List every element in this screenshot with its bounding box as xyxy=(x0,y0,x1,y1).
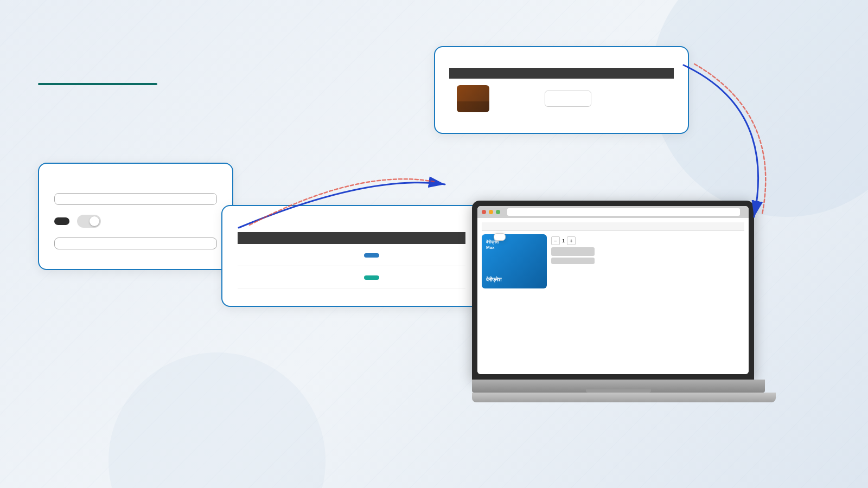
qty-plus-button[interactable] xyxy=(576,91,591,106)
cart-quantity-cell xyxy=(537,79,649,119)
laptop-browser-bar xyxy=(477,206,749,218)
table-row xyxy=(238,244,465,266)
y-collection-select[interactable] xyxy=(54,237,217,249)
laptop-add-to-cart[interactable] xyxy=(551,247,595,256)
cart-row xyxy=(449,79,674,119)
restrict-badge xyxy=(364,275,379,280)
product-image xyxy=(457,85,489,112)
row2-y xyxy=(296,266,355,288)
row1-y xyxy=(296,244,355,266)
dependant-badge xyxy=(364,253,379,258)
heading-underline xyxy=(38,83,157,85)
product-info xyxy=(457,85,529,112)
laptop-content: वेरीफ्रेशMax − 1 + xyxy=(477,218,749,374)
laptop-product-info: − 1 + xyxy=(551,234,744,288)
cart-col-quantity xyxy=(537,68,649,79)
row2-x xyxy=(238,266,296,288)
qty-minus-button[interactable] xyxy=(545,91,560,106)
restricted-toggle[interactable] xyxy=(77,215,101,228)
y-collection-section xyxy=(54,237,217,249)
cart-card xyxy=(434,46,689,134)
window-minimize-dot xyxy=(489,210,493,214)
window-maximize-dot xyxy=(496,210,500,214)
table-row xyxy=(238,266,465,288)
x-collection-select[interactable] xyxy=(54,193,217,205)
col-header-x-product xyxy=(238,232,296,244)
laptop-keyboard xyxy=(472,393,776,402)
cart-col-product xyxy=(449,68,537,79)
cart-col-total xyxy=(649,68,674,79)
col-header-type xyxy=(355,232,465,244)
restricted-row xyxy=(54,215,217,228)
cart-product-cell xyxy=(449,79,537,119)
add-new-collection-card xyxy=(38,163,233,270)
laptop-buy-now[interactable] xyxy=(551,258,595,264)
laptop-nav xyxy=(482,222,744,231)
cart-table xyxy=(449,68,674,119)
col-header-y-product xyxy=(296,232,355,244)
laptop-qty-val: 1 xyxy=(562,238,565,243)
laptop-base xyxy=(472,380,765,393)
add-collection-table-card xyxy=(221,205,482,307)
x-collection-section xyxy=(54,193,217,205)
restricted-label xyxy=(54,217,69,225)
row1-type xyxy=(355,244,465,266)
row2-type xyxy=(355,266,465,288)
laptop-mockup: वेरीफ्रेशMax − 1 + xyxy=(472,201,776,428)
laptop-screen-inner: वेरीफ्रेशMax − 1 + xyxy=(477,206,749,374)
laptop-qty-minus[interactable]: − xyxy=(551,236,560,245)
url-bar[interactable] xyxy=(507,208,740,216)
main-heading-block xyxy=(38,49,157,92)
quantity-control[interactable] xyxy=(545,91,591,107)
window-close-dot xyxy=(482,210,486,214)
laptop-hero-section: वेरीफ्रेशMax − 1 + xyxy=(482,234,744,288)
laptop-qty-plus[interactable]: + xyxy=(567,236,576,245)
laptop-product-image: वेरीफ्रेशMax xyxy=(482,234,547,288)
collection-table xyxy=(238,232,465,288)
laptop-screen-outer: वेरीफ्रेशMax − 1 + xyxy=(472,201,754,380)
cart-total-cell xyxy=(649,79,674,119)
laptop-tooltip xyxy=(494,233,506,241)
laptop-qty-row: − 1 + xyxy=(551,236,744,245)
row1-x xyxy=(238,244,296,266)
